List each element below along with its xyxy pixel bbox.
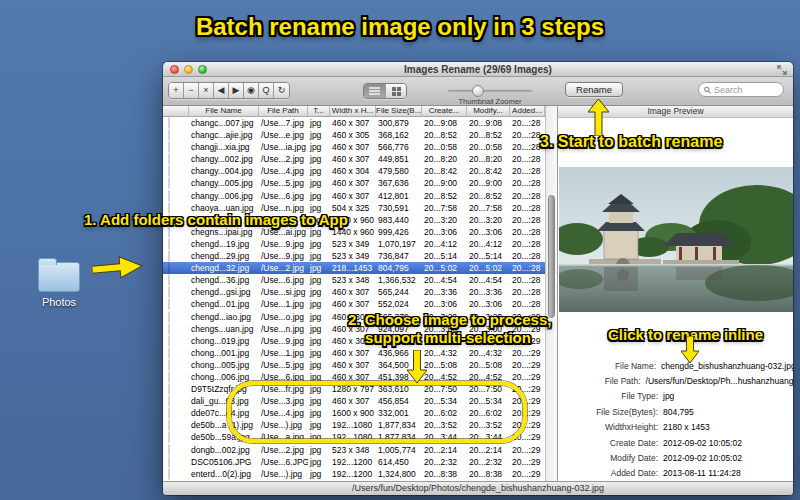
cell-size: 1,324,800	[376, 468, 422, 480]
field-label: File Path:	[558, 376, 641, 386]
table-row[interactable]: chong...005.jpg/Use...5.jpgjpg460 x 3073…	[163, 359, 545, 371]
cell-name: changji...xia.jpg	[189, 141, 259, 153]
cell-added: 20...:29	[510, 371, 545, 383]
search-icon	[704, 86, 711, 94]
cell-name: dongb...002.jpg	[189, 444, 259, 456]
table-row[interactable]: changji...xia.jpg/Use...ia.jpgjpg460 x 3…	[163, 141, 545, 153]
list-view-button[interactable]	[364, 84, 385, 98]
rename-button[interactable]: Rename	[565, 82, 623, 97]
toolbar-button-previous[interactable]: ◀	[214, 83, 229, 98]
toolbar-button-remove[interactable]: −	[184, 83, 199, 98]
column-header[interactable]: Width x H...	[330, 106, 376, 116]
thumbnail-cell	[163, 468, 189, 480]
cell-size: 1,070,197	[376, 238, 422, 250]
toolbar-button-add[interactable]: +	[169, 83, 184, 98]
cell-dims: 460 x 307	[330, 298, 376, 310]
cell-modified: 20...5:02	[467, 262, 510, 274]
table-row[interactable]: changy...006.jpg/Use...6.jpgjpg460 x 307…	[163, 190, 545, 202]
cell-type: jpg	[308, 359, 330, 371]
thumbnail-cell	[163, 383, 189, 395]
search-input[interactable]	[714, 85, 778, 95]
toolbar-button-delete[interactable]: ×	[199, 83, 214, 98]
cell-added: 20...:28	[510, 202, 545, 214]
thumbnail-cell	[163, 262, 189, 274]
cell-created: 20...0:58	[422, 141, 467, 153]
field-label: File Name:	[558, 361, 656, 371]
slider-knob[interactable]	[472, 85, 484, 97]
table-row[interactable]: chengd...29.jpg/Use...9.jpgjpg523 x 3497…	[163, 250, 545, 262]
cell-dims: 460 x 304	[330, 165, 376, 177]
toolbar-button-search[interactable]: Q	[259, 83, 274, 98]
field-label: WidthxHeight:	[558, 422, 658, 432]
cell-created: 20...3:36	[422, 286, 467, 298]
field-label: File Type:	[558, 391, 658, 401]
field-value-filename[interactable]: chengde_bishushanzhuang-032.jpg	[656, 361, 793, 371]
column-header-thumbnail[interactable]	[163, 106, 189, 116]
column-header[interactable]: Create...	[422, 106, 467, 116]
table-row[interactable]: dongb...002.jpg/Use...2.jpgjpg523 x 3481…	[163, 444, 545, 456]
cell-modified: 20...8:52	[467, 190, 510, 202]
zoom-button[interactable]	[198, 65, 207, 74]
table-row[interactable]: chengd...32.jpg/Use...2.jpgjpg218...1453…	[163, 262, 545, 274]
cell-type: jpg	[308, 323, 330, 335]
cell-size: 614,450	[376, 456, 422, 468]
cell-modified: 20...3:36	[467, 286, 510, 298]
traffic-lights	[170, 65, 207, 74]
cell-added: 20...:29	[510, 347, 545, 359]
toolbar-button-refresh[interactable]: ↻	[274, 83, 289, 98]
table-row[interactable]: changc...007.jpg/Use...7.jpgjpg460 x 307…	[163, 117, 545, 129]
step1-annotation: 1. Add folders contain images to App	[84, 211, 348, 228]
close-button[interactable]	[170, 65, 179, 74]
multi-selection-ring	[227, 381, 527, 443]
cell-created: 20...7:58	[422, 202, 467, 214]
table-row[interactable]: changc...ajie.jpg/Use...e.jpgjpg460 x 30…	[163, 129, 545, 141]
column-header[interactable]: T...	[308, 106, 330, 116]
scrollbar-thumb[interactable]	[548, 195, 555, 318]
toolbar-button-quick-look[interactable]: ◉	[244, 83, 259, 98]
cell-added: 20...:28	[510, 298, 545, 310]
grid-view-button[interactable]	[385, 84, 406, 98]
cell-size: 1,366,532	[376, 274, 422, 286]
table-row[interactable]: changy...004.jpg/Use...4.jpgjpg460 x 304…	[163, 165, 545, 177]
table-row[interactable]: chengd...36.jpg/Use...6.jpgjpg523 x 3481…	[163, 274, 545, 286]
field-row: Create Date:2012-09-02 10:05:02	[558, 435, 793, 450]
cell-type: jpg	[308, 129, 330, 141]
table-row[interactable]: changy...005.jpg/Use...5.jpgjpg460 x 307…	[163, 177, 545, 189]
thumbnail-cell	[163, 311, 189, 323]
toolbar-button-next[interactable]: ▶	[229, 83, 244, 98]
table-row[interactable]: enterd...0(2).jpg/Use...).jpgjpg192...12…	[163, 468, 545, 480]
table-row[interactable]: chong...001.jpg/Use...1.jpgjpg460 x 3074…	[163, 347, 545, 359]
search-field[interactable]	[698, 82, 784, 97]
fullscreen-icon[interactable]	[777, 65, 787, 75]
vertical-scrollbar[interactable]	[545, 106, 557, 481]
table-row[interactable]: changy...002.jpg/Use...2.jpgjpg460 x 307…	[163, 153, 545, 165]
tutorial-title: Batch rename image only in 3 steps	[160, 13, 640, 41]
thumbnail-zoomer-slider[interactable]	[448, 90, 532, 93]
minimize-button[interactable]	[184, 65, 193, 74]
window-titlebar[interactable]: Images Rename (29/69 Images)	[163, 62, 793, 77]
column-header[interactable]: File Path	[259, 106, 308, 116]
thumbnail-cell	[163, 395, 189, 407]
column-header[interactable]: Modify...	[467, 106, 510, 116]
table-row[interactable]: chengd...gsi.jpg/Use...si.jpgjpg460 x 30…	[163, 286, 545, 298]
cell-name: chong...005.jpg	[189, 359, 259, 371]
cell-created: 20...8:52	[422, 190, 467, 202]
cell-path: /Use...5.jpg	[259, 177, 308, 189]
cell-created: 20...9:00	[422, 177, 467, 189]
cell-added: 20...:29	[510, 468, 545, 480]
cell-type: jpg	[308, 262, 330, 274]
preview-photo	[559, 167, 793, 312]
cell-modified: 20...4:32	[467, 347, 510, 359]
selection-arrow-icon	[407, 350, 427, 383]
column-header[interactable]: Added...	[510, 106, 545, 116]
cell-modified: 20...0:58	[467, 141, 510, 153]
cell-name: chengd...01.jpg	[189, 298, 259, 310]
photos-folder-icon[interactable]	[38, 262, 80, 292]
table-row[interactable]: DSC05106.JPG/Use...6.JPGjpg192...1200614…	[163, 456, 545, 468]
cell-path: /Use...2.jpg	[259, 262, 308, 274]
column-header[interactable]: File Size(B...	[376, 106, 422, 116]
cell-type: jpg	[308, 250, 330, 262]
column-header[interactable]: File Name	[189, 106, 259, 116]
table-row[interactable]: chengd...01.jpg/Use...1.jpgjpg460 x 3075…	[163, 298, 545, 310]
table-row[interactable]: chengd...19.jpg/Use...9.jpgjpg523 x 3491…	[163, 238, 545, 250]
